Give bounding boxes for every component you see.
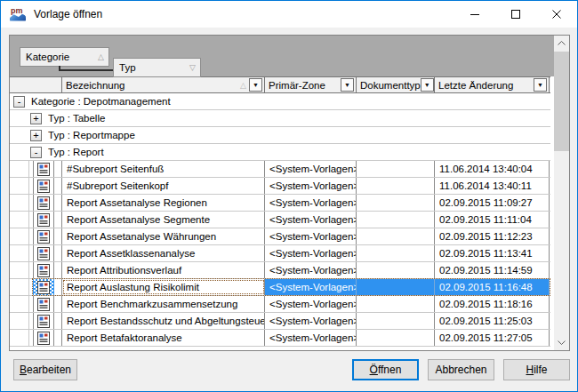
filter-dropdown-button[interactable]: ▼	[534, 78, 547, 92]
group-label: Typ : Reportmappe	[48, 130, 135, 140]
table-row[interactable]: #Subreport Seitenfuß <System-Vorlagen> 1…	[10, 161, 550, 178]
chevron-down-icon: ▼	[537, 82, 543, 88]
scroll-down-button[interactable]	[554, 335, 569, 350]
report-document-icon	[33, 178, 54, 194]
group-by-typ-label: Typ	[119, 62, 136, 73]
expand-collapse-button[interactable]: +	[30, 130, 42, 141]
table-row[interactable]: Report Assetanalyse Segmente <System-Vor…	[10, 212, 550, 228]
tree-indent	[10, 313, 29, 329]
filter-dropdown-button[interactable]: ▼	[249, 78, 262, 92]
group-by-kategorie-label: Kategorie	[26, 52, 69, 62]
table-row[interactable]: Report Assetanalyse Währungen <System-Vo…	[10, 228, 550, 245]
column-header-row: Bezeichnung △ ▼ Primär-Zone ▼ Dokumentty…	[10, 76, 550, 93]
row-indicator-cell	[10, 313, 62, 329]
group-row[interactable]: - Kategorie : Depotmanagement	[10, 93, 550, 110]
row-indicator-cell	[10, 228, 62, 244]
row-bezeichnung: Report Assetklassenanalyse	[62, 245, 265, 261]
row-bezeichnung: #Subreport Seitenfuß	[62, 161, 265, 177]
hilfe-button[interactable]: Hilfe	[503, 359, 570, 380]
grid-body: Bezeichnung △ ▼ Primär-Zone ▼ Dokumentty…	[10, 76, 554, 350]
row-letzte-aenderung: 02.09.2015 11:27:05	[435, 330, 550, 346]
chevron-down-icon	[558, 340, 566, 345]
group-label: Typ : Tabelle	[48, 113, 105, 124]
table-row[interactable]: Report Auslastung Risikolimit <System-Vo…	[10, 279, 550, 296]
app-icon-text: pm	[11, 6, 23, 15]
row-letzte-aenderung: 02.09.2015 11:09:27	[435, 195, 550, 211]
table-row[interactable]: Report Benchmarkzusammensetzung <System-…	[10, 296, 550, 313]
close-button[interactable]	[536, 1, 577, 28]
table-row[interactable]: Report Attributionsverlauf <System-Vorla…	[10, 262, 550, 279]
row-primaer-zone: <System-Vorlagen>	[265, 195, 357, 211]
group-label: Kategorie : Depotmanagement	[31, 96, 171, 107]
header-bezeichnung[interactable]: Bezeichnung △ ▼	[62, 77, 265, 92]
filter-dropdown-button[interactable]: ▼	[421, 78, 434, 92]
row-dokumenttyp	[357, 161, 435, 177]
report-document-icon	[33, 195, 54, 211]
oeffnen-button[interactable]: Öffnen	[352, 359, 419, 380]
group-row[interactable]: - Typ : Report	[10, 144, 550, 161]
header-letzte-aenderung[interactable]: Letzte Änderung ▼	[435, 77, 550, 92]
window-controls	[454, 1, 577, 28]
abbrechen-button[interactable]: Abbrechen	[428, 359, 494, 380]
template-grid: Kategorie △ Typ ▽ Bezeichnung △ ▼ Primär…	[9, 35, 570, 351]
table-row[interactable]: Report Assetklassenanalyse <System-Vorla…	[10, 245, 550, 262]
row-letzte-aenderung: 11.06.2014 13:40:11	[435, 178, 550, 194]
scrollbar-thumb[interactable]	[554, 52, 569, 151]
header-indicator	[10, 77, 62, 92]
header-dokumenttyp[interactable]: Dokumenttyp ▼	[357, 77, 435, 92]
expand-collapse-button[interactable]: -	[13, 96, 25, 108]
header-dokumenttyp-label: Dokumenttyp	[360, 80, 421, 91]
close-icon	[552, 10, 561, 19]
tree-indent	[10, 279, 29, 295]
titlebar[interactable]: pm Vorlage öffnen	[1, 1, 577, 28]
row-indicator-cell	[10, 178, 62, 194]
bearbeiten-button[interactable]: Bearbeiten	[13, 359, 77, 380]
row-dokumenttyp	[357, 279, 435, 295]
row-dokumenttyp	[357, 195, 435, 211]
row-bezeichnung: #Subreport Seitenkopf	[62, 178, 265, 194]
table-row[interactable]: Report Assetanalyse Regionen <System-Vor…	[10, 195, 550, 212]
row-letzte-aenderung: 02.09.2015 11:13:41	[435, 245, 550, 261]
filter-dropdown-button[interactable]: ▼	[341, 78, 354, 92]
row-indicator-cell	[10, 195, 62, 211]
header-primaer-zone[interactable]: Primär-Zone ▼	[265, 77, 357, 92]
minimize-button[interactable]	[454, 1, 495, 28]
app-icon: pm	[10, 8, 26, 21]
table-row[interactable]: Report Bestandsschutz und Abgeltungsteue…	[10, 313, 550, 330]
report-document-icon	[33, 296, 54, 312]
table-row[interactable]: Report Betafaktoranalyse <System-Vorlage…	[10, 330, 550, 347]
expand-collapse-button[interactable]: -	[30, 147, 42, 158]
tree-indent	[10, 195, 29, 211]
row-primaer-zone: <System-Vorlagen>	[265, 178, 357, 194]
chevron-down-icon: ▼	[424, 82, 430, 88]
row-dokumenttyp	[357, 212, 435, 228]
row-letzte-aenderung: 02.09.2015 11:18:16	[435, 296, 550, 312]
vertical-scrollbar[interactable]	[554, 36, 569, 350]
tree-indent	[10, 330, 29, 346]
row-primaer-zone: <System-Vorlagen>	[265, 296, 357, 312]
row-primaer-zone: <System-Vorlagen>	[265, 245, 357, 261]
row-primaer-zone: <System-Vorlagen>	[265, 212, 357, 228]
row-indicator-cell	[10, 161, 62, 177]
row-indicator-cell	[10, 212, 62, 228]
group-by-kategorie[interactable]: Kategorie △	[20, 47, 109, 67]
report-document-icon	[33, 330, 54, 346]
row-bezeichnung: Report Bestandsschutz und Abgeltungsteue…	[62, 313, 265, 329]
table-row[interactable]: #Subreport Seitenkopf <System-Vorlagen> …	[10, 178, 550, 195]
tree-indent	[10, 212, 29, 228]
expand-collapse-button[interactable]: +	[30, 113, 42, 124]
row-primaer-zone: <System-Vorlagen>	[265, 279, 357, 295]
group-by-typ[interactable]: Typ ▽	[113, 58, 201, 77]
group-row[interactable]: + Typ : Reportmappe	[10, 127, 550, 144]
group-row[interactable]: + Typ : Tabelle	[10, 110, 550, 127]
report-document-icon	[33, 279, 54, 295]
scroll-up-button[interactable]	[554, 36, 569, 51]
app-icon-wave	[10, 14, 26, 21]
row-dokumenttyp	[357, 296, 435, 312]
maximize-button[interactable]	[495, 1, 536, 28]
sort-desc-icon: ▽	[177, 63, 196, 72]
row-indicator-cell	[10, 262, 62, 278]
row-letzte-aenderung: 02.09.2015 11:25:03	[435, 313, 550, 329]
chevron-down-icon: ▼	[253, 82, 259, 88]
report-document-icon	[33, 161, 54, 177]
